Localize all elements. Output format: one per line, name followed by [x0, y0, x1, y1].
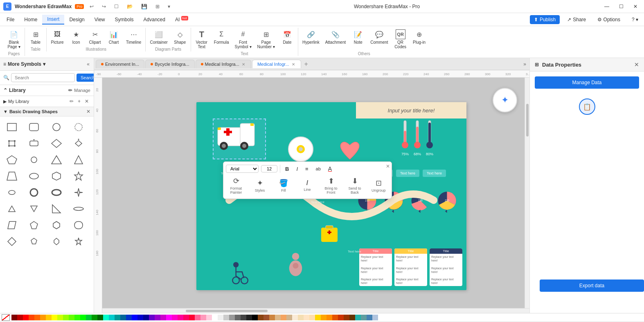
color-swatch-wheat[interactable]: [298, 315, 304, 320]
color-swatch-purple1[interactable]: [149, 315, 155, 320]
page-number-button[interactable]: ⊞ PageNumber ▾: [255, 28, 277, 51]
color-swatch-lime1[interactable]: [57, 315, 63, 320]
template-button[interactable]: ⊞: [153, 3, 162, 10]
ai-assistant[interactable]: ✦: [493, 88, 517, 112]
shape-pentagon[interactable]: [3, 152, 20, 167]
shape-leaf[interactable]: [70, 218, 87, 233]
color-swatch-teal2[interactable]: [109, 315, 115, 320]
shape-rounded-rect[interactable]: [25, 120, 43, 134]
shape-triangle[interactable]: [48, 152, 65, 167]
color-swatch-bisque[interactable]: [304, 315, 309, 320]
tab-add-button[interactable]: +: [302, 60, 311, 69]
color-swatch-teal3[interactable]: [115, 315, 120, 320]
undo-button[interactable]: ↩: [87, 3, 96, 10]
color-swatch-pink1[interactable]: [172, 315, 178, 320]
shape-diamond-sm[interactable]: [70, 136, 87, 151]
color-swatch-darkgray[interactable]: [235, 315, 241, 320]
menu-view[interactable]: View: [90, 15, 110, 24]
tab-bycycle[interactable]: Bycycle Infogra...: [145, 60, 194, 68]
color-swatch-cadetblue[interactable]: [361, 315, 367, 320]
shape-square-diamond[interactable]: [3, 136, 20, 151]
color-swatch-navajowhite[interactable]: [309, 315, 315, 320]
color-swatch-gray[interactable]: [229, 315, 235, 320]
shape-triangle-right[interactable]: [70, 152, 87, 167]
manage-data-button[interactable]: Manage Data: [535, 76, 639, 89]
color-swatch-green3[interactable]: [80, 315, 86, 320]
minimize-button[interactable]: —: [601, 2, 612, 11]
tab-environment[interactable]: Environment In...: [96, 60, 144, 68]
shape-square[interactable]: [3, 120, 20, 134]
shape-hex-sm[interactable]: [48, 218, 65, 233]
shape-tri-sm2[interactable]: [25, 201, 43, 216]
fill-tool[interactable]: 🪣 Fill: [273, 177, 294, 194]
search-button[interactable]: Search: [77, 74, 94, 82]
help-button[interactable]: ? ▾: [628, 15, 642, 24]
export-data-button[interactable]: Export data: [540, 280, 644, 292]
color-swatch-teal1[interactable]: [103, 315, 109, 320]
clipart-button[interactable]: ✂ Clipart: [86, 28, 104, 46]
shape-skewed[interactable]: [3, 218, 20, 233]
color-swatch-blue4[interactable]: [143, 315, 149, 320]
tab-close-medical1[interactable]: ✕: [241, 62, 246, 67]
options-button[interactable]: ⚙ Options: [593, 15, 624, 24]
shape-oval-ring[interactable]: [48, 185, 65, 200]
color-swatch-lightsteelblue[interactable]: [372, 315, 378, 320]
case-button[interactable]: ab: [313, 165, 323, 172]
shape-pent-tiny[interactable]: [25, 234, 43, 249]
color-swatch-brown2[interactable]: [263, 315, 269, 320]
ungroup-tool[interactable]: ⊡ Ungroup: [368, 177, 389, 194]
color-swatch-green1[interactable]: [69, 315, 74, 320]
color-swatch-yellow2[interactable]: [52, 315, 57, 320]
font-color-button[interactable]: A: [326, 164, 334, 173]
shape-circle-sm[interactable]: [25, 152, 43, 167]
menu-symbols[interactable]: Symbols: [110, 15, 139, 24]
tab-medical2[interactable]: Medical Infogr... ✕: [252, 60, 301, 68]
color-swatch-burlywood[interactable]: [275, 315, 281, 320]
color-swatch-brown4[interactable]: [349, 315, 355, 320]
color-swatch-blue3[interactable]: [137, 315, 143, 320]
color-swatch-yellow1[interactable]: [46, 315, 52, 320]
maximize-button[interactable]: ☐: [616, 2, 627, 11]
tabs-nav-right[interactable]: »: [522, 60, 528, 69]
canvas-container[interactable]: 20 40 60 80 100 120 140 160 180: [94, 78, 529, 313]
tab-close-medical2[interactable]: ✕: [291, 62, 296, 67]
menu-design[interactable]: Design: [64, 15, 89, 24]
shape-diamond[interactable]: [48, 136, 65, 151]
no-fill-swatch[interactable]: [2, 314, 10, 321]
shape-circle-fill[interactable]: [48, 120, 65, 134]
color-swatch-magenta2[interactable]: [166, 315, 172, 320]
color-swatch-verydarkgray[interactable]: [241, 315, 246, 320]
color-swatch-green4[interactable]: [86, 315, 92, 320]
color-swatch-brown1[interactable]: [258, 315, 263, 320]
close-button[interactable]: ✕: [630, 2, 641, 11]
formula-button[interactable]: Σ Formula: [212, 28, 232, 46]
menu-insert[interactable]: Insert: [42, 15, 64, 25]
menu-file[interactable]: File: [2, 15, 19, 24]
shape-diamond-lg[interactable]: [3, 234, 20, 249]
color-swatch-darkred[interactable]: [11, 315, 17, 320]
scrollbar-horizontal[interactable]: [102, 308, 529, 313]
color-swatch-orange3[interactable]: [40, 315, 46, 320]
color-swatch-orange2[interactable]: [34, 315, 40, 320]
shape-button[interactable]: ◇ Shape: [171, 28, 189, 46]
more-title-button[interactable]: ▾: [165, 3, 173, 10]
color-swatch-brown3[interactable]: [344, 315, 349, 320]
vector-text-button[interactable]: T VectorText: [193, 28, 211, 51]
chart-button[interactable]: 📊 Chart: [105, 28, 123, 46]
attachment-button[interactable]: 📎 Attachment: [323, 28, 349, 46]
shape-star[interactable]: [70, 169, 87, 183]
hyperlink-button[interactable]: 🔗 Hyperlink: [300, 28, 322, 46]
shape-hexagon[interactable]: [48, 169, 65, 183]
color-swatch-pink4[interactable]: [189, 315, 195, 320]
publish-button[interactable]: ⬆ Publish: [530, 15, 560, 24]
color-swatch-purple2[interactable]: [155, 315, 160, 320]
color-swatch-green2[interactable]: [74, 315, 80, 320]
color-swatch-red2[interactable]: [23, 315, 29, 320]
basic-shapes-close-button[interactable]: ✕: [86, 109, 90, 114]
manage-library-button[interactable]: Manage: [74, 88, 90, 93]
font-symbol-button[interactable]: # FontSymbol ▾: [232, 28, 254, 51]
color-swatch-blue2[interactable]: [132, 315, 137, 320]
styles-tool[interactable]: ✦ Styles: [250, 177, 270, 194]
menu-advanced[interactable]: Advanced: [139, 15, 170, 24]
line-tool[interactable]: / Line: [297, 178, 317, 193]
